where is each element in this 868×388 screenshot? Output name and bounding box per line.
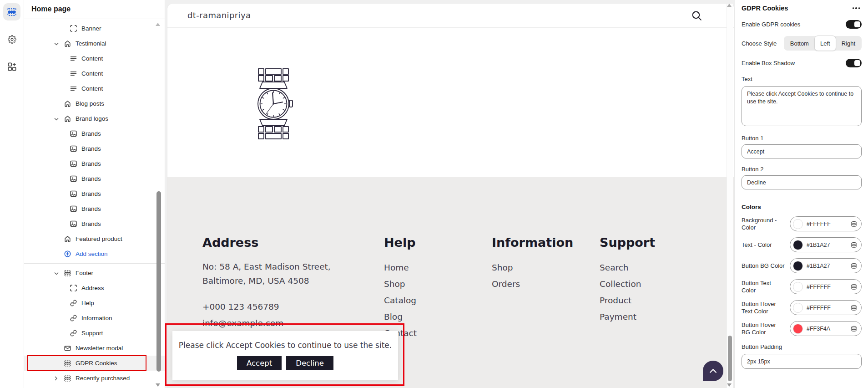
sidebar-item-testimonial[interactable]: Testimonial (24, 36, 165, 51)
sidebar-item-label: Featured product (76, 235, 122, 242)
footer-information-column: Information Shop Orders (492, 235, 573, 292)
sidebar-item-featured-product[interactable]: Featured product (24, 231, 165, 246)
preview-scroll-up-arrow[interactable] (727, 4, 732, 7)
image-icon (70, 160, 77, 167)
sidebar-scrollbar-thumb[interactable] (156, 191, 161, 372)
color-field-label: Button BG Color (742, 262, 785, 270)
sidebar-item-label: Footer (76, 270, 93, 276)
background-color-field[interactable]: #FFFFFF (790, 216, 862, 231)
footer-link[interactable]: Shop (384, 276, 417, 292)
theme-settings-stack-icon[interactable] (851, 305, 857, 311)
style-option-right[interactable]: Right (836, 37, 861, 50)
button1-input[interactable] (742, 144, 862, 158)
scroll-to-top-button[interactable] (703, 361, 723, 381)
section-icon (64, 270, 71, 276)
footer-heading: Support (600, 235, 655, 250)
theme-settings-stack-icon[interactable] (851, 284, 857, 290)
chevron-down-icon[interactable] (54, 271, 60, 275)
footer-link[interactable]: Orders (492, 276, 573, 292)
sidebar-item-newsletter-modal[interactable]: Newsletter modal (24, 341, 165, 356)
sidebar-item-brand-logos[interactable]: Brand logos (24, 111, 165, 126)
apps-nav-button[interactable] (3, 58, 20, 75)
sidebar-item-brands-4[interactable]: Brands (24, 171, 165, 186)
preview-scrollbar-thumb[interactable] (728, 336, 732, 381)
footer-support-column: Support Search Collection Product Paymen… (600, 235, 655, 325)
sidebar-item-address[interactable]: Address (24, 281, 165, 296)
footer-link[interactable]: Collection (600, 276, 655, 292)
gdpr-settings-panel: GDPR Cookies Enable GDPR cookies Choose … (735, 0, 868, 388)
color-swatch (793, 303, 803, 313)
footer-link[interactable]: Product (600, 292, 655, 309)
footer-link[interactable]: Home (384, 260, 417, 276)
chevron-down-icon[interactable] (54, 42, 60, 46)
style-option-left[interactable]: Left (814, 36, 836, 51)
text-field-label: Text (742, 76, 862, 82)
sidebar-item-label: Brands (81, 145, 101, 152)
footer-heading: Information (492, 235, 573, 250)
accept-cookies-button[interactable]: Accept (237, 356, 282, 370)
color-swatch (793, 324, 803, 334)
button-hover-bg-color-field[interactable]: #FF3F4A (790, 321, 862, 336)
choose-style-label: Choose Style (742, 40, 777, 47)
site-logo[interactable]: dt-ramanipriya (187, 4, 251, 27)
footer-link[interactable]: Blog (384, 309, 417, 325)
footer-link[interactable]: Payment (600, 309, 655, 325)
button-hover-text-color-field[interactable]: #FFFFFF (790, 300, 862, 315)
sidebar-item-brands-6[interactable]: Brands (24, 201, 165, 216)
chevron-right-icon[interactable] (54, 376, 60, 381)
sidebar-item-label: GDPR Cookies (76, 360, 117, 367)
kebab-menu-icon[interactable] (851, 5, 862, 11)
sidebar-scroll-up-arrow[interactable] (156, 23, 160, 26)
add-section-button[interactable]: Add section (24, 246, 165, 261)
sidebar-item-brands-1[interactable]: Brands (24, 126, 165, 141)
enable-gdpr-toggle[interactable] (846, 20, 862, 29)
button2-input[interactable] (742, 175, 862, 189)
sections-nav-button[interactable] (3, 3, 20, 20)
footer-link[interactable]: Shop (492, 260, 573, 276)
footer-link[interactable]: Search (600, 260, 655, 276)
sidebar-item-blog-posts[interactable]: Blog posts (24, 96, 165, 111)
sidebar-item-label: Brands (81, 220, 101, 227)
button-padding-input[interactable] (742, 354, 862, 369)
image-icon (70, 190, 77, 197)
sidebar-item-label: Brand logos (76, 115, 108, 122)
preview-scroll-down-arrow[interactable] (727, 383, 732, 387)
button-bg-color-field[interactable]: #1B1A27 (790, 258, 862, 273)
button-text-color-field[interactable]: #FFFFFF (790, 279, 862, 294)
sidebar-item-help[interactable]: Help (24, 296, 165, 311)
sidebar-item-brands-2[interactable]: Brands (24, 141, 165, 156)
sidebar-item-brands-5[interactable]: Brands (24, 186, 165, 201)
text-color-field[interactable]: #1B1A27 (790, 237, 862, 252)
chevron-down-icon[interactable] (54, 117, 60, 121)
search-icon[interactable] (691, 10, 702, 21)
style-option-bottom[interactable]: Bottom (785, 37, 814, 50)
home-icon (64, 100, 71, 107)
page-title: Home page (24, 0, 165, 19)
sidebar-item-support[interactable]: Support (24, 326, 165, 341)
theme-settings-stack-icon[interactable] (851, 221, 857, 227)
sidebar-item-information[interactable]: Information (24, 311, 165, 326)
sidebar-item-brands-3[interactable]: Brands (24, 156, 165, 171)
sidebar-item-content-2[interactable]: Content (24, 66, 165, 81)
sidebar-item-brands-7[interactable]: Brands (24, 216, 165, 231)
box-shadow-toggle[interactable] (846, 59, 862, 67)
sidebar-item-content-1[interactable]: Content (24, 51, 165, 66)
theme-settings-stack-icon[interactable] (851, 326, 857, 332)
sidebar-item-footer[interactable]: Footer (24, 265, 165, 281)
sidebar-scroll-down-arrow[interactable] (156, 383, 160, 387)
sidebar-item-content-3[interactable]: Content (24, 81, 165, 96)
settings-nav-button[interactable] (3, 31, 20, 48)
decline-cookies-button[interactable]: Decline (286, 356, 333, 370)
sidebar-item-recently-purchased[interactable]: Recently purchased (24, 371, 165, 386)
sidebar-item-banner[interactable]: Banner (24, 21, 165, 36)
theme-settings-stack-icon[interactable] (851, 242, 857, 248)
footer-phone[interactable]: +000 123 456789 (202, 299, 331, 315)
preview-scrollbar-track[interactable] (727, 4, 733, 388)
sidebar-item-label: Brands (81, 205, 101, 212)
footer-link[interactable]: Catalog (384, 292, 417, 309)
image-icon (70, 130, 77, 137)
theme-settings-stack-icon[interactable] (851, 263, 857, 269)
banner-text-input[interactable]: Please click Accept Cookies to continue … (742, 86, 862, 126)
sidebar-item-gdpr-cookies[interactable]: GDPR Cookies (24, 356, 165, 371)
envelope-icon (64, 345, 71, 352)
